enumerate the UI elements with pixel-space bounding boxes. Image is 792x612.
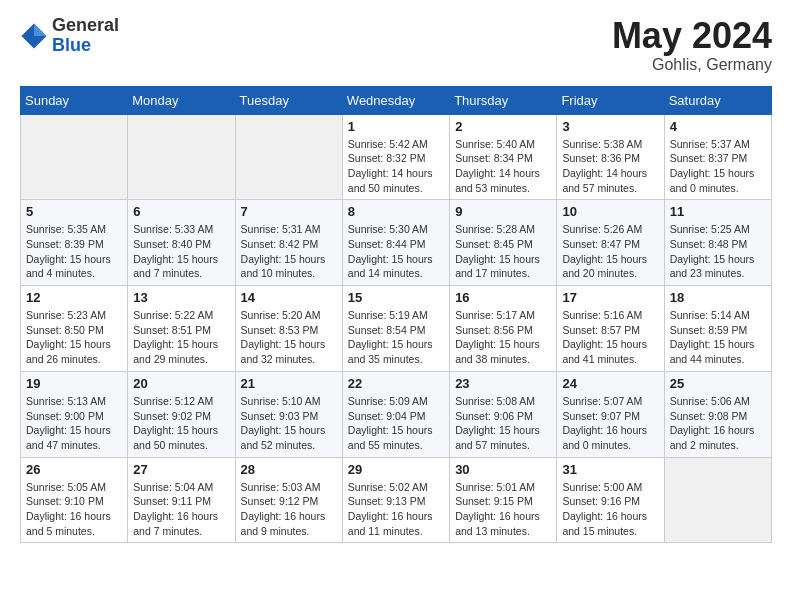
table-row: 1Sunrise: 5:42 AMSunset: 8:32 PMDaylight… <box>342 114 449 200</box>
title-block: May 2024 Gohlis, Germany <box>612 16 772 74</box>
sunset-text: Sunset: 8:34 PM <box>455 151 551 166</box>
sunset-text: Sunset: 8:57 PM <box>562 323 658 338</box>
day-number: 21 <box>241 376 337 391</box>
day-number: 14 <box>241 290 337 305</box>
sunrise-text: Sunrise: 5:25 AM <box>670 222 766 237</box>
sunset-text: Sunset: 8:32 PM <box>348 151 444 166</box>
sunrise-text: Sunrise: 5:04 AM <box>133 480 229 495</box>
table-row <box>235 114 342 200</box>
daylight-text: Daylight: 15 hours and 20 minutes. <box>562 252 658 281</box>
daylight-text: Daylight: 15 hours and 50 minutes. <box>133 423 229 452</box>
day-number: 25 <box>670 376 766 391</box>
sunset-text: Sunset: 9:02 PM <box>133 409 229 424</box>
sunset-text: Sunset: 9:04 PM <box>348 409 444 424</box>
calendar-week-5: 26Sunrise: 5:05 AMSunset: 9:10 PMDayligh… <box>21 457 772 543</box>
sunset-text: Sunset: 8:48 PM <box>670 237 766 252</box>
sunset-text: Sunset: 8:39 PM <box>26 237 122 252</box>
day-info: Sunrise: 5:03 AMSunset: 9:12 PMDaylight:… <box>241 480 337 539</box>
sunrise-text: Sunrise: 5:09 AM <box>348 394 444 409</box>
sunrise-text: Sunrise: 5:28 AM <box>455 222 551 237</box>
sunset-text: Sunset: 9:08 PM <box>670 409 766 424</box>
sunrise-text: Sunrise: 5:05 AM <box>26 480 122 495</box>
day-info: Sunrise: 5:06 AMSunset: 9:08 PMDaylight:… <box>670 394 766 453</box>
sunrise-text: Sunrise: 5:26 AM <box>562 222 658 237</box>
sunset-text: Sunset: 9:10 PM <box>26 494 122 509</box>
calendar: Sunday Monday Tuesday Wednesday Thursday… <box>20 86 772 544</box>
header-sunday: Sunday <box>21 86 128 114</box>
day-number: 3 <box>562 119 658 134</box>
sunrise-text: Sunrise: 5:37 AM <box>670 137 766 152</box>
sunset-text: Sunset: 8:56 PM <box>455 323 551 338</box>
daylight-text: Daylight: 16 hours and 13 minutes. <box>455 509 551 538</box>
sunset-text: Sunset: 9:00 PM <box>26 409 122 424</box>
header-friday: Friday <box>557 86 664 114</box>
day-info: Sunrise: 5:13 AMSunset: 9:00 PMDaylight:… <box>26 394 122 453</box>
logo: General Blue <box>20 16 119 56</box>
weekday-header-row: Sunday Monday Tuesday Wednesday Thursday… <box>21 86 772 114</box>
day-number: 15 <box>348 290 444 305</box>
calendar-week-4: 19Sunrise: 5:13 AMSunset: 9:00 PMDayligh… <box>21 371 772 457</box>
sunset-text: Sunset: 8:51 PM <box>133 323 229 338</box>
day-info: Sunrise: 5:09 AMSunset: 9:04 PMDaylight:… <box>348 394 444 453</box>
calendar-week-3: 12Sunrise: 5:23 AMSunset: 8:50 PMDayligh… <box>21 286 772 372</box>
sunrise-text: Sunrise: 5:10 AM <box>241 394 337 409</box>
day-info: Sunrise: 5:23 AMSunset: 8:50 PMDaylight:… <box>26 308 122 367</box>
sunrise-text: Sunrise: 5:35 AM <box>26 222 122 237</box>
sunrise-text: Sunrise: 5:02 AM <box>348 480 444 495</box>
table-row: 22Sunrise: 5:09 AMSunset: 9:04 PMDayligh… <box>342 371 449 457</box>
sunset-text: Sunset: 8:36 PM <box>562 151 658 166</box>
table-row: 24Sunrise: 5:07 AMSunset: 9:07 PMDayligh… <box>557 371 664 457</box>
sunset-text: Sunset: 9:12 PM <box>241 494 337 509</box>
day-number: 31 <box>562 462 658 477</box>
day-number: 6 <box>133 204 229 219</box>
sunrise-text: Sunrise: 5:33 AM <box>133 222 229 237</box>
table-row <box>128 114 235 200</box>
table-row: 31Sunrise: 5:00 AMSunset: 9:16 PMDayligh… <box>557 457 664 543</box>
table-row: 23Sunrise: 5:08 AMSunset: 9:06 PMDayligh… <box>450 371 557 457</box>
day-info: Sunrise: 5:00 AMSunset: 9:16 PMDaylight:… <box>562 480 658 539</box>
table-row: 29Sunrise: 5:02 AMSunset: 9:13 PMDayligh… <box>342 457 449 543</box>
daylight-text: Daylight: 14 hours and 50 minutes. <box>348 166 444 195</box>
svg-marker-1 <box>34 23 47 36</box>
day-info: Sunrise: 5:35 AMSunset: 8:39 PMDaylight:… <box>26 222 122 281</box>
day-info: Sunrise: 5:25 AMSunset: 8:48 PMDaylight:… <box>670 222 766 281</box>
day-info: Sunrise: 5:40 AMSunset: 8:34 PMDaylight:… <box>455 137 551 196</box>
table-row: 26Sunrise: 5:05 AMSunset: 9:10 PMDayligh… <box>21 457 128 543</box>
day-number: 19 <box>26 376 122 391</box>
daylight-text: Daylight: 15 hours and 14 minutes. <box>348 252 444 281</box>
day-info: Sunrise: 5:14 AMSunset: 8:59 PMDaylight:… <box>670 308 766 367</box>
sunrise-text: Sunrise: 5:00 AM <box>562 480 658 495</box>
sunset-text: Sunset: 8:54 PM <box>348 323 444 338</box>
daylight-text: Daylight: 16 hours and 15 minutes. <box>562 509 658 538</box>
sunset-text: Sunset: 8:59 PM <box>670 323 766 338</box>
table-row: 28Sunrise: 5:03 AMSunset: 9:12 PMDayligh… <box>235 457 342 543</box>
day-info: Sunrise: 5:02 AMSunset: 9:13 PMDaylight:… <box>348 480 444 539</box>
day-info: Sunrise: 5:05 AMSunset: 9:10 PMDaylight:… <box>26 480 122 539</box>
day-info: Sunrise: 5:38 AMSunset: 8:36 PMDaylight:… <box>562 137 658 196</box>
sunset-text: Sunset: 9:13 PM <box>348 494 444 509</box>
table-row: 16Sunrise: 5:17 AMSunset: 8:56 PMDayligh… <box>450 286 557 372</box>
day-number: 17 <box>562 290 658 305</box>
daylight-text: Daylight: 16 hours and 0 minutes. <box>562 423 658 452</box>
table-row: 15Sunrise: 5:19 AMSunset: 8:54 PMDayligh… <box>342 286 449 372</box>
day-number: 1 <box>348 119 444 134</box>
sunrise-text: Sunrise: 5:23 AM <box>26 308 122 323</box>
daylight-text: Daylight: 15 hours and 0 minutes. <box>670 166 766 195</box>
table-row: 6Sunrise: 5:33 AMSunset: 8:40 PMDaylight… <box>128 200 235 286</box>
table-row: 13Sunrise: 5:22 AMSunset: 8:51 PMDayligh… <box>128 286 235 372</box>
table-row: 8Sunrise: 5:30 AMSunset: 8:44 PMDaylight… <box>342 200 449 286</box>
table-row: 21Sunrise: 5:10 AMSunset: 9:03 PMDayligh… <box>235 371 342 457</box>
sunrise-text: Sunrise: 5:40 AM <box>455 137 551 152</box>
day-number: 22 <box>348 376 444 391</box>
day-number: 11 <box>670 204 766 219</box>
calendar-week-2: 5Sunrise: 5:35 AMSunset: 8:39 PMDaylight… <box>21 200 772 286</box>
month-title: May 2024 <box>612 16 772 56</box>
header: General Blue May 2024 Gohlis, Germany <box>20 16 772 74</box>
sunrise-text: Sunrise: 5:20 AM <box>241 308 337 323</box>
table-row <box>664 457 771 543</box>
sunset-text: Sunset: 8:45 PM <box>455 237 551 252</box>
sunset-text: Sunset: 8:42 PM <box>241 237 337 252</box>
daylight-text: Daylight: 15 hours and 32 minutes. <box>241 337 337 366</box>
daylight-text: Daylight: 15 hours and 35 minutes. <box>348 337 444 366</box>
day-info: Sunrise: 5:33 AMSunset: 8:40 PMDaylight:… <box>133 222 229 281</box>
